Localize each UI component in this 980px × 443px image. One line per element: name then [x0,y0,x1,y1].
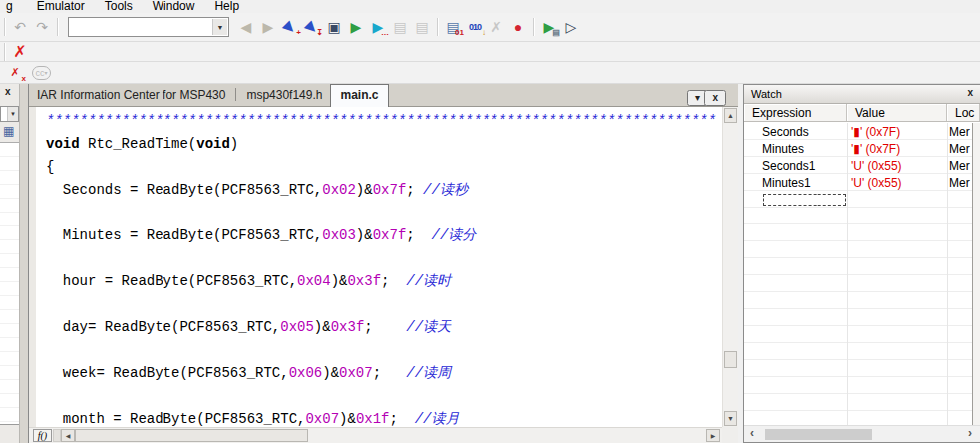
memory-grid-icon[interactable]: ▦ [3,125,14,137]
scroll-left-icon[interactable]: ‹ [750,427,754,440]
cancel-download-icon[interactable]: ✗ [486,16,507,38]
tab-iar-information-center-for-msp430[interactable]: IAR Information Center for MSP430 [29,85,233,106]
watch-row[interactable]: Seconds1'U' (0x55)Mer [744,157,973,174]
close-document-icon[interactable]: x [704,90,726,106]
scrollbar-spacer [53,429,61,442]
aux-toolbar: ✗x cc▾ [0,62,980,84]
autostep-icon[interactable]: ▶… [367,16,389,38]
menu-item-tools[interactable]: Tools [95,0,143,13]
previous-statement-icon[interactable]: ▤ [389,16,411,38]
menu-item-g[interactable]: g [0,0,27,13]
toolbar-separator [57,18,58,36]
grid-line [947,123,948,425]
icon-badge: 01 [455,29,464,37]
go-glyph: ▶ [351,20,362,34]
download-memory-icon[interactable]: 010↓ [464,16,486,38]
tab-main-c[interactable]: main.c [330,84,388,107]
watch-location: Mer [947,159,973,173]
side-pane-combo[interactable]: ▼ [0,106,19,122]
watch-title-bar[interactable]: Watch x [744,85,980,104]
toggle-breakpoint-icon[interactable]: ● [507,16,529,38]
menu-item-window[interactable]: Window [143,0,205,13]
code-line: Seconds = ReadByte(PCF8563_RTC,0x02)&0x7… [46,179,716,202]
watch-horizontal-scrollbar[interactable]: ‹ › [744,425,980,442]
quick-watch-icon[interactable]: ▣ [323,16,345,38]
editor-vertical-scrollbar[interactable]: ▲ ▼ [722,107,738,427]
toolbar-search-combo[interactable]: ▼ [68,17,229,37]
scroll-right-icon[interactable]: ▶ [706,429,720,442]
menu-item-help[interactable]: Help [204,0,249,13]
find-next-icon[interactable]: ▶ [257,16,279,38]
download-code-icon[interactable]: ▤01 [442,16,464,38]
watch-row[interactable]: Seconds'▮' (0x7F)Mer [744,123,973,140]
grid-line [847,123,848,425]
scrollbar-corner [722,427,738,443]
download-and-debug-icon[interactable]: ▶▤ [538,16,560,38]
tab-msp430f149-h[interactable]: msp430f149.h [238,85,330,106]
editor-window: IAR Information Center for MSP430msp430f… [28,84,738,443]
chevron-down-icon[interactable]: ▼ [7,107,18,121]
code-line: week= ReadByte(PCF8563_RTC,0x06)&0x07; /… [46,362,716,385]
icon-badge: x [22,75,26,83]
scroll-right-icon[interactable]: › [968,427,972,440]
pane-splitter[interactable] [20,84,28,443]
toggle-bookmark-icon[interactable]: ▶+ [279,16,301,38]
horizontal-scroll-thumb[interactable] [765,429,872,440]
close-icon[interactable]: x [5,87,11,97]
toolbar-separator [4,18,5,36]
editor-horizontal-scrollbar[interactable]: f() ◀ ▶ [29,427,722,443]
watch-right-edge [972,123,980,425]
stop-debugging-icon[interactable]: ✗ [9,41,31,63]
vertical-scroll-thumb[interactable] [724,351,737,368]
code-line: month = ReadByte(PCF8563_RTC,0x07)&0x1f;… [46,408,716,427]
find-previous-icon[interactable]: ◀ [235,16,257,38]
code-line [46,293,716,316]
toolbar-separator [4,43,5,61]
go-icon[interactable]: ▶ [345,16,367,38]
watch-column-headers: Expression Value Loc [744,104,980,122]
cancel-download-glyph: ✗ [490,20,502,34]
find-previous-glyph: ◀ [241,20,252,34]
column-header-location[interactable]: Loc [947,104,980,121]
toolbar-icon-group: ✗x [4,62,26,84]
next-bookmark-icon[interactable]: ▶↧ [301,16,323,38]
watch-row[interactable]: Minutes'▮' (0x7F)Mer [744,140,973,157]
column-header-expression[interactable]: Expression [744,104,847,121]
scroll-down-icon[interactable]: ▼ [724,411,737,426]
undo-icon[interactable]: ↶ [9,16,31,38]
side-pane-list[interactable] [0,142,19,424]
scroll-left-icon[interactable]: ◀ [61,429,75,442]
code-editor[interactable]: ****************************************… [29,107,722,427]
watch-location: Mer [947,176,973,190]
watch-value: 'U' (0x55) [847,176,947,190]
chevron-down-icon[interactable]: ▼ [212,19,227,35]
scroll-up-icon[interactable]: ▲ [724,108,737,123]
redo-icon[interactable]: ↷ [31,16,53,38]
watch-expression: Minutes [744,142,847,156]
close-icon[interactable]: x [967,88,973,98]
watch-row[interactable]: Minutes1'U' (0x55)Mer [744,174,973,191]
icon-badge: ▤ [552,29,560,37]
remove-all-breakpoints-icon[interactable]: ✗x [4,62,26,84]
next-statement-icon[interactable]: ▤ [411,16,433,38]
debug-without-downloading-icon[interactable]: ▷ [560,16,582,38]
docked-side-pane: x ▼ ▦ [0,84,20,443]
iar-workbench-window: gEmulatorToolsWindowHelp ↶ ↷ ▼ ◀▶▶+▶↧▣▶▶… [0,0,980,443]
next-statement-glyph: ▤ [415,20,428,34]
column-header-value[interactable]: Value [847,104,947,121]
source-code: ****************************************… [46,110,716,427]
editor-tab-bar: IAR Information Center for MSP430msp430f… [29,84,738,107]
watch-title: Watch [751,88,782,100]
menu-bar: gEmulatorToolsWindowHelp [0,0,980,13]
function-list-button[interactable]: f() [33,429,52,442]
menu-item-emulator[interactable]: Emulator [27,0,95,13]
horizontal-scroll-thumb[interactable] [75,429,308,442]
watch-new-entry-box[interactable] [763,194,846,206]
search-input[interactable] [70,19,211,35]
watch-grid[interactable]: Seconds'▮' (0x7F)MerMinutes'▮' (0x7F)Mer… [744,123,973,425]
toolbar-separator [437,18,438,36]
comment-bubble-icon[interactable]: cc▾ [32,66,51,80]
icon-badge: … [381,29,389,37]
code-line: void Rtc_ReadTime(void) [46,133,716,156]
toolbar-icon-group: ✗ [9,41,31,63]
